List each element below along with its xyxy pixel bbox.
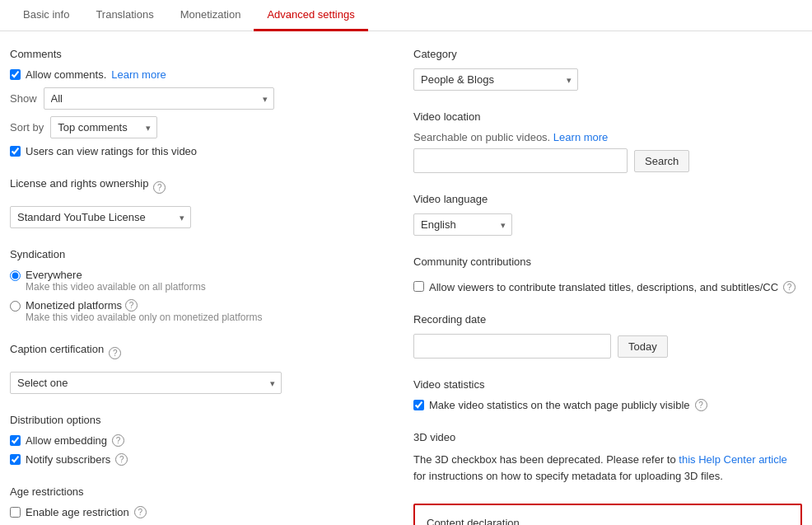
video-location-input[interactable] [413, 148, 628, 173]
video-statistics-row: Make video statistics on the watch page … [413, 399, 802, 411]
ratings-label: Users can view ratings for this video [26, 145, 197, 157]
category-select-wrapper: Film & Animation Music People & Blogs En… [413, 68, 578, 91]
community-checkbox-row: Allow viewers to contribute translated t… [413, 281, 802, 293]
threed-video-text: The 3D checkbox has been deprecated. Ple… [413, 452, 802, 484]
license-title: License and rights ownership [10, 177, 148, 190]
license-select-wrapper: Standard YouTube License Creative Common… [10, 206, 191, 228]
syndication-everywhere-sub: Make this video available on all platfor… [26, 281, 206, 293]
show-select-wrapper: All Approved comments only ▾ [44, 87, 274, 110]
distribution-section: Distribution options Allow embedding ? N… [10, 414, 380, 466]
distribution-title: Distribution options [10, 414, 380, 426]
community-help-icon[interactable]: ? [783, 281, 796, 293]
content-declaration-title: Content declaration [427, 517, 789, 525]
threed-video-title: 3D video [413, 431, 802, 443]
age-restriction-help-icon[interactable]: ? [134, 506, 147, 518]
allow-comments-label: Allow comments. [26, 68, 106, 81]
video-statistics-label: Make video statistics on the watch page … [429, 399, 690, 411]
license-help-icon[interactable]: ? [153, 181, 166, 194]
syndication-monetized-option: Monetized platforms ? Make this video av… [10, 299, 380, 323]
sort-select[interactable]: Top comments Newest first [50, 116, 157, 138]
allow-comments-checkbox[interactable] [10, 69, 21, 80]
notify-subscribers-checkbox[interactable] [10, 454, 21, 465]
lang-select-wrapper: English Spanish French German Japanese ▾ [413, 213, 512, 236]
threed-text-after: for instructions on how to specify metad… [413, 470, 723, 482]
content-declaration-box: Content declaration This video contains … [413, 504, 802, 525]
syndication-radio-group: Everywhere Make this video available on … [10, 269, 380, 323]
notify-subscribers-label: Notify subscribers [26, 453, 110, 466]
threed-text-before: The 3D checkbox has been deprecated. Ple… [413, 453, 679, 466]
age-restrictions-title: Age restrictions [10, 485, 380, 498]
syndication-monetized-radio[interactable] [10, 301, 21, 312]
video-location-learn-more[interactable]: Learn more [553, 131, 608, 143]
caption-select[interactable]: Select one This content has never aired … [10, 372, 282, 394]
video-language-title: Video language [413, 193, 802, 205]
video-location-section: Video location Searchable on public vide… [413, 110, 802, 173]
tab-translations[interactable]: Translations [82, 0, 166, 31]
syndication-monetized-label: Monetized platforms [26, 299, 122, 312]
recording-date-title: Recording date [413, 313, 802, 326]
comments-section: Comments Allow comments. Learn more Show… [10, 48, 380, 157]
license-select[interactable]: Standard YouTube License Creative Common… [10, 206, 191, 228]
community-title: Community contributions [413, 255, 531, 268]
tab-advanced-settings[interactable]: Advanced settings [254, 0, 367, 31]
video-location-input-row: Search [413, 148, 802, 173]
category-select[interactable]: Film & Animation Music People & Blogs En… [413, 68, 578, 91]
community-contributions-checkbox[interactable] [413, 281, 424, 292]
caption-section: Caption certification ? Select one This … [10, 343, 380, 394]
show-label: Show [10, 92, 37, 105]
video-location-subtitle-text: Searchable on public videos. [413, 131, 550, 143]
sort-label: Sort by [10, 121, 44, 134]
threed-help-center-link[interactable]: this Help Center article [679, 453, 787, 466]
sort-select-wrapper: Top comments Newest first ▾ [50, 116, 157, 138]
video-statistics-help-icon[interactable]: ? [695, 399, 707, 411]
language-select[interactable]: English Spanish French German Japanese [413, 213, 512, 236]
video-location-title: Video location [413, 110, 802, 123]
syndication-everywhere-option: Everywhere Make this video available on … [10, 269, 380, 293]
video-statistics-title: Video statistics [413, 378, 802, 391]
tab-basic-info[interactable]: Basic info [10, 0, 82, 31]
syndication-monetized-sub: Make this video available only on moneti… [26, 312, 262, 323]
video-statistics-checkbox[interactable] [413, 400, 424, 410]
search-button[interactable]: Search [634, 150, 689, 172]
enable-age-restriction-checkbox[interactable] [10, 507, 21, 518]
category-title: Category [413, 48, 802, 60]
threed-video-section: 3D video The 3D checkbox has been deprec… [413, 431, 802, 484]
video-language-section: Video language English Spanish French Ge… [413, 193, 802, 236]
ratings-checkbox[interactable] [10, 146, 21, 157]
caption-help-icon[interactable]: ? [109, 347, 121, 359]
notify-subscribers-help-icon[interactable]: ? [115, 453, 128, 466]
tabs-bar: Basic info Translations Monetization Adv… [0, 0, 812, 31]
age-restrictions-section: Age restrictions Enable age restriction … [10, 485, 380, 518]
enable-age-restriction-label: Enable age restriction [26, 506, 129, 518]
category-section: Category Film & Animation Music People &… [413, 48, 802, 91]
recording-date-row: Today [413, 334, 802, 359]
today-button[interactable]: Today [618, 335, 668, 358]
recording-date-input[interactable] [413, 334, 611, 359]
allow-embedding-label: Allow embedding [26, 434, 107, 447]
community-checkbox-label: Allow viewers to contribute translated t… [429, 281, 778, 293]
recording-date-section: Recording date Today [413, 313, 802, 359]
video-location-subtitle: Searchable on public videos. Learn more [413, 131, 802, 143]
caption-title: Caption certification [10, 343, 104, 355]
allow-embedding-help-icon[interactable]: ? [112, 434, 124, 447]
syndication-monetized-help-icon[interactable]: ? [125, 299, 138, 312]
video-statistics-section: Video statistics Make video statistics o… [413, 378, 802, 411]
syndication-title: Syndication [10, 248, 380, 260]
syndication-everywhere-label: Everywhere [26, 269, 206, 281]
community-section: Community contributions Allow viewers to… [413, 255, 802, 293]
syndication-section: Syndication Everywhere Make this video a… [10, 248, 380, 323]
license-section: License and rights ownership ? Standard … [10, 177, 380, 228]
syndication-everywhere-radio[interactable] [10, 270, 21, 281]
tab-monetization[interactable]: Monetization [167, 0, 254, 31]
caption-select-wrapper: Select one This content has never aired … [10, 372, 282, 394]
show-select[interactable]: All Approved comments only [44, 87, 274, 110]
comments-title: Comments [10, 48, 380, 60]
allow-comments-learn-more[interactable]: Learn more [111, 68, 166, 81]
allow-embedding-checkbox[interactable] [10, 435, 21, 446]
